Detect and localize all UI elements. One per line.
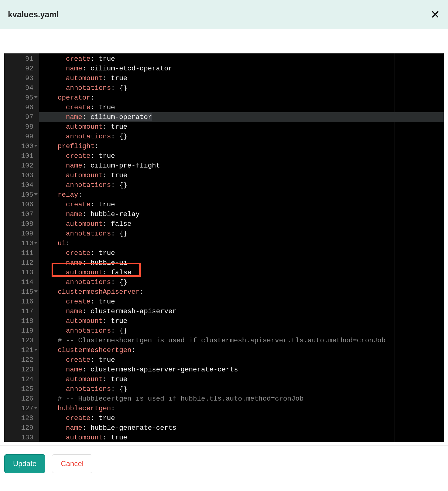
- line-number: 115: [4, 287, 33, 297]
- line-number: 104: [4, 180, 33, 190]
- line-number-gutter: 9192939495969798991001011021031041051061…: [4, 53, 39, 442]
- line-number: 128: [4, 413, 33, 423]
- code-line[interactable]: clustermeshApiserver:: [39, 287, 444, 297]
- line-number: 130: [4, 433, 33, 442]
- dialog-footer: Update Cancel: [0, 446, 448, 473]
- line-number: 121: [4, 345, 33, 355]
- code-line[interactable]: create: true: [39, 413, 444, 423]
- code-line[interactable]: name: clustermesh-apiserver-generate-cer…: [39, 365, 444, 374]
- dialog-header: kvalues.yaml ✕: [0, 0, 448, 29]
- code-line[interactable]: annotations: {}: [39, 277, 444, 287]
- code-line[interactable]: create: true: [39, 200, 444, 209]
- line-number: 110: [4, 239, 33, 248]
- code-line[interactable]: create: true: [39, 103, 444, 112]
- code-line[interactable]: operator:: [39, 93, 444, 103]
- line-number: 125: [4, 384, 33, 394]
- update-button[interactable]: Update: [4, 454, 45, 473]
- editor-scrollbar[interactable]: [439, 53, 443, 442]
- code-line[interactable]: annotations: {}: [39, 180, 444, 190]
- code-line[interactable]: name: hubble-relay: [39, 209, 444, 219]
- line-number: 91: [4, 54, 33, 64]
- line-number: 100: [4, 141, 33, 151]
- line-number: 94: [4, 83, 33, 93]
- code-line[interactable]: automount: true: [39, 122, 444, 132]
- code-line[interactable]: automount: true: [39, 316, 444, 326]
- line-number: 101: [4, 151, 33, 161]
- line-number: 107: [4, 209, 33, 219]
- line-number: 98: [4, 122, 33, 132]
- line-number: 109: [4, 229, 33, 239]
- code-line[interactable]: create: true: [39, 297, 444, 306]
- code-line[interactable]: name: hubble-generate-certs: [39, 423, 444, 433]
- line-number: 127: [4, 404, 33, 413]
- line-number: 120: [4, 336, 33, 345]
- line-number: 118: [4, 316, 33, 326]
- code-line[interactable]: annotations: {}: [39, 83, 444, 93]
- code-line[interactable]: annotations: {}: [39, 229, 444, 239]
- code-line[interactable]: create: true: [39, 54, 444, 64]
- code-editor[interactable]: 9192939495969798991001011021031041051061…: [4, 53, 444, 442]
- code-line[interactable]: automount: true: [39, 171, 444, 180]
- code-line[interactable]: name: cilium-etcd-operator: [39, 64, 444, 73]
- code-line[interactable]: name: clustermesh-apiserver: [39, 306, 444, 316]
- line-number: 93: [4, 73, 33, 83]
- cancel-button[interactable]: Cancel: [52, 454, 92, 473]
- close-icon[interactable]: ✕: [430, 9, 440, 20]
- line-number: 122: [4, 355, 33, 365]
- code-line[interactable]: relay:: [39, 190, 444, 200]
- line-number: 103: [4, 171, 33, 180]
- code-line[interactable]: clustermeshcertgen:: [39, 345, 444, 355]
- code-line[interactable]: create: true: [39, 248, 444, 258]
- line-number: 116: [4, 297, 33, 306]
- code-line[interactable]: annotations: {}: [39, 384, 444, 394]
- code-line[interactable]: preflight:: [39, 141, 444, 151]
- line-number: 113: [4, 268, 33, 277]
- code-line[interactable]: ui:: [39, 239, 444, 248]
- code-line[interactable]: create: true: [39, 151, 444, 161]
- line-number: 108: [4, 219, 33, 229]
- line-number: 123: [4, 365, 33, 374]
- line-number: 99: [4, 132, 33, 141]
- line-number: 124: [4, 374, 33, 384]
- code-line[interactable]: # -- Clustermeshcertgen is used if clust…: [39, 336, 444, 345]
- code-line[interactable]: annotations: {}: [39, 326, 444, 336]
- file-title: kvalues.yaml: [8, 10, 59, 19]
- line-number: 114: [4, 277, 33, 287]
- code-line[interactable]: # -- Hubblecertgen is used if hubble.tls…: [39, 394, 444, 404]
- code-area[interactable]: create: true name: cilium-etcd-operator …: [39, 53, 444, 442]
- line-number: 92: [4, 64, 33, 73]
- code-line[interactable]: automount: true: [39, 433, 444, 442]
- line-number: 119: [4, 326, 33, 336]
- code-line[interactable]: annotations: {}: [39, 132, 444, 141]
- line-number: 102: [4, 161, 33, 171]
- line-number: 111: [4, 248, 33, 258]
- code-line[interactable]: hubblecertgen:: [39, 404, 444, 413]
- line-number: 117: [4, 306, 33, 316]
- code-line[interactable]: automount: false: [39, 219, 444, 229]
- header-gap: [0, 29, 448, 53]
- line-number: 105: [4, 190, 33, 200]
- code-line[interactable]: name: cilium-operator: [39, 112, 444, 122]
- line-number: 96: [4, 103, 33, 112]
- line-number: 97: [4, 112, 33, 122]
- code-line[interactable]: name: hubble-ui: [39, 258, 444, 268]
- code-line[interactable]: name: cilium-pre-flight: [39, 161, 444, 171]
- line-number: 129: [4, 423, 33, 433]
- line-number: 106: [4, 200, 33, 209]
- code-line[interactable]: automount: true: [39, 73, 444, 83]
- code-line[interactable]: automount: false: [39, 268, 444, 277]
- code-line[interactable]: automount: true: [39, 374, 444, 384]
- line-number: 126: [4, 394, 33, 404]
- line-number: 112: [4, 258, 33, 268]
- line-number: 95: [4, 93, 33, 103]
- code-line[interactable]: create: true: [39, 355, 444, 365]
